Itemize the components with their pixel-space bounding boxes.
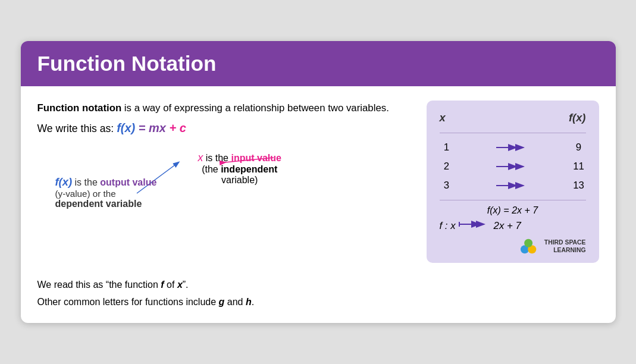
other-and: and bbox=[224, 297, 246, 307]
other-h: h bbox=[246, 297, 252, 307]
logo-icon bbox=[518, 238, 540, 255]
output-word: output value bbox=[100, 177, 156, 187]
input-annotation: x is the input value (the independent va… bbox=[198, 152, 281, 186]
row2-arrow bbox=[454, 161, 572, 172]
function-table: x f(x) 1 bbox=[427, 101, 599, 263]
row2-fx: 11 bbox=[572, 161, 586, 172]
mapping-row: f : x bbox=[440, 219, 586, 232]
col-fx-header: f(x) bbox=[569, 111, 586, 124]
table-row: 1 9 bbox=[440, 138, 586, 157]
left-column: Function notation is a way of expressing… bbox=[37, 101, 415, 310]
read-x: x bbox=[177, 280, 183, 290]
row3-x: 3 bbox=[440, 180, 454, 192]
output-annotation: f(x) is the output value (y-value) or th… bbox=[55, 175, 157, 209]
formula-line: We write this as: f(x) = mx + c bbox=[37, 121, 415, 135]
table-row: 2 11 bbox=[440, 157, 586, 176]
page-title: Function Notation bbox=[37, 52, 599, 76]
formula-prefix: We write this as: bbox=[37, 123, 117, 134]
read-suffix: ”. bbox=[183, 280, 189, 290]
row1-arrow bbox=[454, 142, 572, 153]
formula-italic: f(x) = 2x + 7 bbox=[487, 205, 538, 215]
output-is: is the bbox=[72, 177, 100, 187]
mapping-arrow-icon bbox=[458, 219, 491, 232]
output-sub: (y-value) or the bbox=[55, 189, 157, 199]
other-prefix: Other common letters for functions inclu… bbox=[37, 297, 219, 307]
content-area: Function notation is a way of expressing… bbox=[21, 86, 616, 322]
bottom-text: We read this as “the function f of x”. O… bbox=[37, 277, 415, 311]
row1-x: 1 bbox=[440, 142, 454, 153]
input-word: input value bbox=[231, 153, 281, 163]
right-column: x f(x) 1 bbox=[427, 101, 599, 310]
col-x-header: x bbox=[440, 111, 446, 124]
read-of: of bbox=[164, 280, 177, 290]
row2-x: 2 bbox=[440, 161, 454, 172]
input-x: x bbox=[198, 152, 203, 164]
read-prefix: We read this as “the function bbox=[37, 280, 161, 290]
intro-rest: is a way of expressing a relationship be… bbox=[121, 102, 389, 114]
annotations-area: f(x) is the output value (y-value) or th… bbox=[37, 140, 415, 271]
table-row: 3 13 bbox=[440, 176, 586, 195]
input-is: is the bbox=[203, 153, 231, 163]
other-letters-line: Other common letters for functions inclu… bbox=[37, 294, 415, 311]
input-paren: (the independent bbox=[198, 164, 281, 175]
formula-display: f(x) = mx + c bbox=[117, 121, 186, 134]
row1-fx: 9 bbox=[572, 142, 586, 153]
mapping-right: 2x + 7 bbox=[494, 220, 521, 232]
intro-paragraph: Function notation is a way of expressing… bbox=[37, 101, 415, 117]
input-var: variable) bbox=[198, 175, 281, 186]
read-as-line: We read this as “the function f of x”. bbox=[37, 277, 415, 294]
output-fx: f(x) bbox=[55, 175, 73, 188]
table-formula: f(x) = 2x + 7 bbox=[440, 205, 586, 216]
table-header: x f(x) bbox=[440, 111, 586, 128]
other-g: g bbox=[219, 297, 225, 307]
logo-line2: LEARNING bbox=[544, 246, 586, 255]
mapping-left: f : x bbox=[440, 220, 456, 232]
other-suffix: . bbox=[252, 297, 254, 307]
logo-area: THIRD SPACE LEARNING bbox=[440, 238, 586, 255]
main-card: Function Notation Function notation is a… bbox=[21, 41, 616, 322]
logo-text: THIRD SPACE LEARNING bbox=[544, 239, 586, 255]
row3-fx: 13 bbox=[572, 180, 586, 192]
row3-arrow bbox=[454, 180, 572, 192]
intro-strong: Function notation bbox=[37, 102, 122, 114]
header-section: Function Notation bbox=[21, 41, 616, 86]
svg-point-13 bbox=[524, 239, 532, 247]
output-dep: dependent variable bbox=[55, 199, 142, 209]
logo-line1: THIRD SPACE bbox=[544, 239, 586, 247]
